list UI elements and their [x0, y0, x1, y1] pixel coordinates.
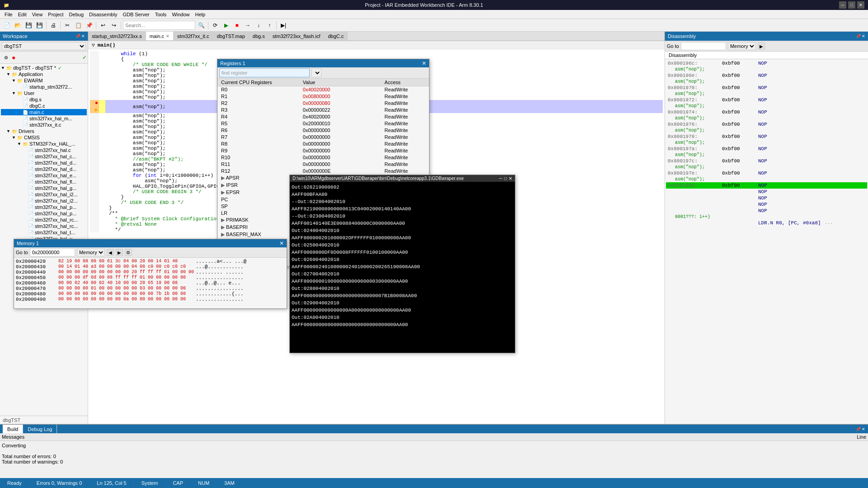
- disasm-goto-input[interactable]: [681, 42, 726, 50]
- debug-reset[interactable]: ⟳: [210, 20, 220, 30]
- project-selector[interactable]: dbgTST: [2, 42, 86, 50]
- tree-item-hal-i2-1[interactable]: 📄 stm32f7xx_hal_i2...: [1, 191, 87, 198]
- tree-item-hal-p2[interactable]: 📄 stm32f7xx_hal_p...: [1, 210, 87, 217]
- memory-title-bar[interactable]: Memory 1 ✕: [14, 239, 287, 247]
- menu-tools[interactable]: Tools: [152, 11, 170, 18]
- terminal-minimize-icon[interactable]: ─: [499, 176, 502, 181]
- undo-button[interactable]: ↩: [98, 20, 108, 30]
- tree-item-hal-rc2[interactable]: 📄 stm32f7xx_hal_rc...: [1, 223, 87, 229]
- menu-file[interactable]: File: [2, 11, 15, 18]
- menu-debug[interactable]: Debug: [66, 11, 86, 18]
- open-button[interactable]: 📂: [13, 20, 23, 30]
- tree-item-it-c[interactable]: 📄 stm32f7xx_it.c: [1, 122, 87, 128]
- tab-dbgc-c[interactable]: dbgC.c: [324, 32, 348, 41]
- tree-item-hal-c1[interactable]: 📄 stm32f7xx_hal.c: [1, 147, 87, 153]
- tree-item-cmsis[interactable]: ▼ 📁 CMSIS: [1, 134, 87, 141]
- memory-goto-input[interactable]: [30, 248, 75, 256]
- mem-settings[interactable]: ⚙: [125, 249, 132, 256]
- debug-step-over[interactable]: →: [243, 20, 253, 30]
- tree-item-main-c[interactable]: 📄 main.c: [1, 109, 87, 115]
- debug-run-to[interactable]: ▶|: [278, 20, 288, 30]
- tab-flash-icf[interactable]: stm32f723xx_flash.icf: [269, 32, 325, 41]
- cut-button[interactable]: ✂: [62, 20, 72, 30]
- maximize-button[interactable]: □: [848, 1, 855, 9]
- tab-main-c[interactable]: main.c ✕: [146, 32, 174, 41]
- terminal-maximize-icon[interactable]: □: [504, 176, 507, 181]
- workspace-pin-icon[interactable]: 📌: [75, 34, 80, 38]
- memory-close-btn[interactable]: ✕: [279, 240, 284, 246]
- tree-item-hal-rc1[interactable]: 📄 stm32f7xx_hal_rc...: [1, 217, 87, 223]
- tree-item-dbg-s[interactable]: 📄 dbg.s: [1, 96, 87, 103]
- debug-stop[interactable]: ■: [232, 20, 242, 30]
- paste-button[interactable]: 📌: [84, 20, 94, 30]
- menu-disassembly[interactable]: Disassembly: [86, 11, 120, 18]
- tree-item-hal-d1[interactable]: 📄 stm32f7xx_hal_d...: [1, 160, 87, 166]
- memory-type-select[interactable]: Memory: [77, 248, 105, 256]
- tab-startup[interactable]: startup_stm32f723xx.s: [88, 32, 146, 41]
- tree-item-dbgc[interactable]: 📄 dbgC.c: [1, 103, 87, 109]
- build-tab-build[interactable]: Build: [3, 425, 23, 434]
- print-button[interactable]: 🖨: [48, 20, 58, 30]
- tree-item-hal-e[interactable]: 📄 stm32f7xx_hal_e...: [1, 172, 87, 179]
- tree-item-hal-d2[interactable]: 📄 stm32f7xx_hal_d...: [1, 166, 87, 172]
- workspace-close-icon[interactable]: ✕: [81, 34, 85, 38]
- registers-close-btn[interactable]: ✕: [422, 60, 426, 66]
- copy-button[interactable]: 📋: [73, 20, 83, 30]
- terminal-title-bar[interactable]: D:\win10\ARMgdbserverUART\GDBwraper\bin\…: [290, 175, 515, 182]
- debug-go[interactable]: ▶: [221, 20, 231, 30]
- tree-item-root[interactable]: ▼ 📁 dbgTST - dbgTST * ✓: [1, 65, 87, 71]
- register-search-input[interactable]: [219, 68, 310, 77]
- tab-main-close[interactable]: ✕: [166, 34, 170, 38]
- tab-dbgtst-map[interactable]: dbgTST.map: [213, 32, 249, 41]
- tree-item-hal-m[interactable]: 📄 stm32f7xx_hal_m...: [1, 115, 87, 122]
- redo-button[interactable]: ↪: [109, 20, 119, 30]
- tree-settings-btn[interactable]: ⚙: [1, 52, 11, 62]
- build-pin-icon[interactable]: 📌: [856, 427, 861, 431]
- tree-item-hal-t[interactable]: 📄 stm32f7xx_hal_t...: [1, 229, 87, 236]
- build-tab-debug-log[interactable]: Debug Log: [23, 425, 57, 434]
- save-button[interactable]: 💾: [24, 20, 33, 30]
- tree-item-hal-p1[interactable]: 📄 stm32f7xx_hal_p...: [1, 204, 87, 210]
- save-all-button[interactable]: 💾: [34, 20, 44, 30]
- menu-view[interactable]: View: [29, 11, 46, 18]
- minimize-button[interactable]: ─: [839, 1, 846, 9]
- new-button[interactable]: 📄: [2, 20, 12, 30]
- tree-item-application[interactable]: ▼ 📁 Application: [1, 71, 87, 77]
- ipsr-expand-icon[interactable]: ▶: [221, 182, 225, 188]
- tree-item-hal-i2-2[interactable]: 📄 stm32f7xx_hal_i2...: [1, 198, 87, 204]
- debug-step-out[interactable]: ↑: [264, 20, 274, 30]
- tree-item-stm32f7-hal[interactable]: ▼ 📁 STM32F7xx_HAL_...: [1, 141, 87, 147]
- basepri-max-expand-icon[interactable]: ▶: [221, 232, 225, 237]
- disasm-pin-icon[interactable]: 📌: [856, 34, 861, 38]
- disasm-type-select[interactable]: Memory: [728, 42, 756, 50]
- menu-window[interactable]: Window: [169, 11, 192, 18]
- registers-title-bar[interactable]: Registers 1 ✕: [217, 59, 429, 67]
- disasm-goto-btn[interactable]: ▶: [758, 43, 765, 50]
- close-button[interactable]: ✕: [857, 1, 864, 9]
- tree-item-drivers[interactable]: ▼ 📁 Drivers: [1, 128, 87, 134]
- search-input[interactable]: [123, 21, 195, 30]
- menu-gdb-server[interactable]: GDB Server: [120, 11, 152, 18]
- search-button[interactable]: 🔍: [196, 20, 206, 30]
- tree-item-user[interactable]: ▼ 📁 User: [1, 90, 87, 96]
- disasm-close-icon[interactable]: ✕: [862, 34, 865, 38]
- terminal-close-icon[interactable]: ✕: [509, 176, 512, 181]
- menu-help[interactable]: Help: [193, 11, 208, 18]
- debug-step-into[interactable]: ↓: [254, 20, 264, 30]
- mem-goto-prev[interactable]: ◀: [107, 249, 114, 256]
- tree-item-hal-c2[interactable]: 📄 stm32f7xx_hal_c...: [1, 153, 87, 160]
- tab-stm32f7xx-it[interactable]: stm32f7xx_it.c: [174, 32, 213, 41]
- reg-dropdown[interactable]: [311, 68, 321, 77]
- terminal-controls[interactable]: ─ □ ✕: [499, 176, 512, 181]
- menu-edit[interactable]: Edit: [15, 11, 29, 18]
- mem-goto-next[interactable]: ▶: [116, 249, 123, 256]
- epsr-expand-icon[interactable]: ▶: [221, 190, 225, 195]
- menu-project[interactable]: Project: [45, 11, 66, 18]
- primask-expand-icon[interactable]: ▶: [221, 217, 225, 223]
- tree-item-hal-g[interactable]: 📄 stm32f7xx_hal_g...: [1, 185, 87, 191]
- window-controls[interactable]: ─ □ ✕: [839, 1, 864, 9]
- tree-item-ewarm[interactable]: ▼ 📁 EWARM: [1, 77, 87, 84]
- tree-item-startup[interactable]: 📄 startup_stm32f72...: [1, 84, 87, 90]
- apsr-expand-icon[interactable]: ▶: [221, 175, 225, 180]
- basepri-expand-icon[interactable]: ▶: [221, 224, 225, 230]
